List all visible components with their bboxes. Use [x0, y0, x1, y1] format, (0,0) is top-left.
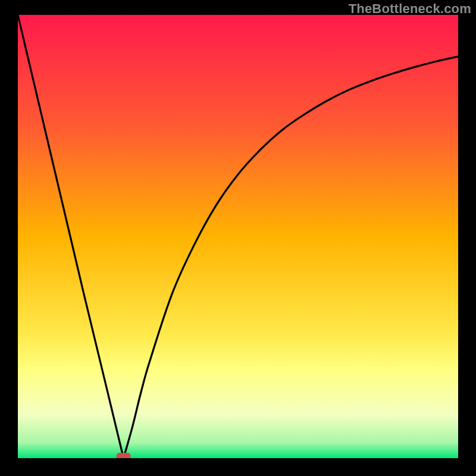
watermark-text: TheBottleneck.com: [349, 1, 471, 17]
chart-frame: [18, 15, 458, 458]
minimum-marker: [117, 453, 131, 458]
bottleneck-chart: [18, 15, 458, 458]
gradient-background: [18, 15, 458, 458]
